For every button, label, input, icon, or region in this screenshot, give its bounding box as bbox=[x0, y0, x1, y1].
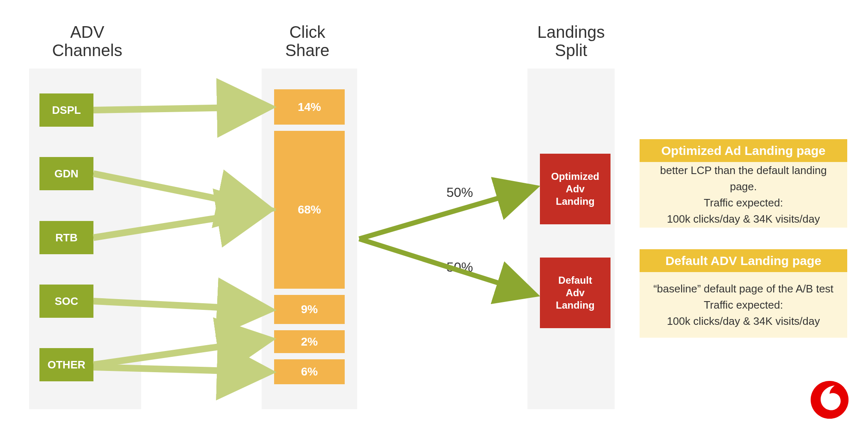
channel-dspl: DSPL bbox=[39, 93, 93, 127]
note-title-optimized: Optimized Ad Landing page bbox=[640, 139, 847, 162]
diagram-stage: ADV Channels Click Share Landings Split … bbox=[0, 0, 868, 432]
vodafone-logo-icon bbox=[810, 380, 849, 420]
split-label-bottom: 50% bbox=[446, 260, 473, 275]
landing-default: Default Adv Landing bbox=[540, 258, 611, 328]
col-title-adv: ADV Channels bbox=[33, 23, 141, 59]
share-to-landing-arrows bbox=[359, 189, 530, 293]
col-bg-landings bbox=[527, 69, 615, 409]
split-label-top: 50% bbox=[446, 185, 473, 200]
channel-other: OTHER bbox=[39, 348, 93, 381]
share-68: 68% bbox=[274, 131, 345, 289]
share-9: 9% bbox=[274, 295, 345, 324]
share-6: 6% bbox=[274, 359, 345, 384]
channel-soc: SOC bbox=[39, 285, 93, 318]
note-body-optimized: better LCP than the default landing page… bbox=[640, 162, 847, 228]
arrow-split-optimized bbox=[359, 189, 530, 239]
landing-optimized: Optimized Adv Landing bbox=[540, 154, 611, 224]
col-title-landings: Landings Split bbox=[525, 23, 617, 59]
arrow-split-default bbox=[359, 239, 530, 293]
share-2: 2% bbox=[274, 330, 345, 353]
channel-gdn: GDN bbox=[39, 157, 93, 190]
col-title-click: Click Share bbox=[262, 23, 353, 59]
note-body-default: “baseline” default page of the A/B test … bbox=[640, 272, 847, 338]
channel-rtb: RTB bbox=[39, 221, 93, 254]
note-title-default: Default ADV Landing page bbox=[640, 249, 847, 272]
share-14: 14% bbox=[274, 89, 345, 125]
